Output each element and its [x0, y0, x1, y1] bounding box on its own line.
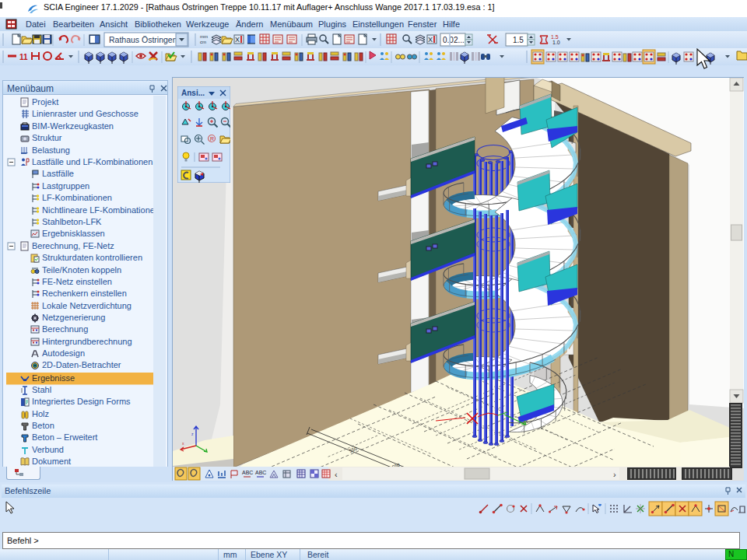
svg-text:ABC: ABC [255, 470, 266, 475]
svg-text:Berechnung: Berechnung [42, 324, 88, 334]
svg-text:Verbund: Verbund [32, 445, 64, 454]
svg-text:Berechnung, FE-Netz: Berechnung, FE-Netz [32, 241, 114, 250]
svg-text:Ergebnisklassen: Ergebnisklassen [42, 229, 105, 238]
svg-text:0.02...: 0.02... [443, 36, 465, 44]
svg-text:Ansi...: Ansi... [181, 89, 205, 97]
svg-text:11: 11 [19, 53, 28, 61]
svg-text:Lastfälle: Lastfälle [42, 169, 74, 178]
svg-text:Struktur: Struktur [32, 133, 62, 142]
svg-text:Projekt: Projekt [32, 97, 58, 107]
svg-text:FE-Netz einstellen: FE-Netz einstellen [42, 277, 112, 286]
svg-text:1.0: 1.0 [552, 40, 560, 45]
svg-text:‹: ‹ [335, 470, 338, 479]
svg-text:2D-Daten-Betrachter: 2D-Daten-Betrachter [42, 360, 121, 369]
svg-text:Nichtlineare LF-Kombinationen: Nichtlineare LF-Kombinationen [42, 205, 156, 215]
svg-text:Linienraster und Geschosse: Linienraster und Geschosse [32, 109, 139, 118]
svg-text:ABC: ABC [242, 470, 253, 475]
svg-text:Hintergrundberechnung: Hintergrundberechnung [42, 337, 132, 346]
svg-text:Lokale Netzverdichtung: Lokale Netzverdichtung [42, 301, 132, 310]
svg-text:Beton – Erweitert: Beton – Erweitert [32, 432, 97, 442]
svg-text:Lastgruppen: Lastgruppen [42, 181, 89, 191]
svg-text:Beton: Beton [32, 421, 54, 430]
svg-text:Lastfälle und LF-Kombinationen: Lastfälle und LF-Kombinationen [32, 157, 153, 166]
svg-text:Integriertes Design Forms: Integriertes Design Forms [32, 397, 131, 406]
svg-text:Rathaus Östringen: Rathaus Östringen [109, 35, 177, 44]
svg-text:Rechenkern einstellen: Rechenkern einstellen [42, 289, 127, 298]
svg-text:Autodesign: Autodesign [42, 348, 85, 358]
svg-text:Teile/Knoten koppeln: Teile/Knoten koppeln [42, 265, 121, 275]
svg-text:Stahl: Stahl [32, 385, 51, 394]
svg-text:LF-Kombinationen: LF-Kombinationen [42, 193, 112, 202]
svg-text:1.5: 1.5 [551, 34, 559, 40]
svg-text:Dokument: Dokument [32, 457, 71, 466]
svg-text:Ergebnisse: Ergebnisse [32, 373, 75, 383]
svg-text:Stahlbeton-LFK: Stahlbeton-LFK [42, 217, 102, 226]
svg-text:Netzgenerierung: Netzgenerierung [42, 313, 105, 322]
svg-text:Strukturdaten kontrollieren: Strukturdaten kontrollieren [42, 253, 142, 262]
svg-text:1.5: 1.5 [513, 36, 524, 44]
svg-text:›: › [613, 470, 616, 479]
svg-text:Holz: Holz [32, 409, 49, 418]
svg-text:BIM-Werkzeugkasten: BIM-Werkzeugkasten [32, 121, 114, 131]
svg-text:Belastung: Belastung [32, 145, 70, 155]
